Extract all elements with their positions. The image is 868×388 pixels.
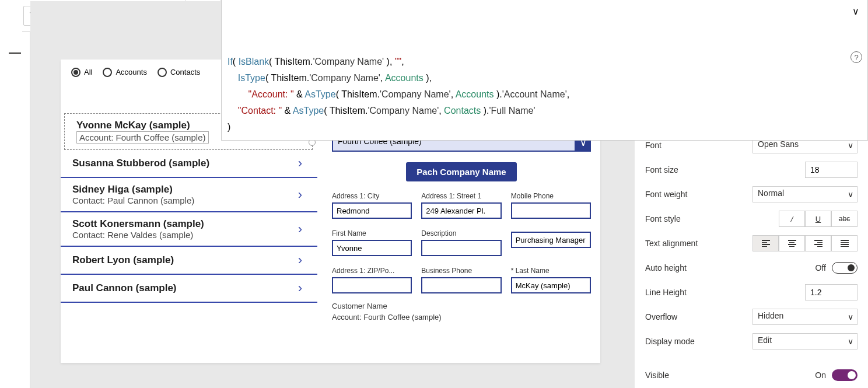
city-field[interactable] bbox=[332, 202, 412, 219]
mobile-field[interactable] bbox=[511, 202, 591, 219]
align-right-icon bbox=[814, 240, 822, 247]
last-field[interactable] bbox=[511, 277, 591, 293]
overflow-select[interactable]: Hidden∨ bbox=[752, 309, 858, 325]
autoheight-toggle[interactable] bbox=[832, 262, 858, 274]
job-field[interactable] bbox=[511, 232, 591, 248]
align-center-button[interactable] bbox=[779, 235, 805, 251]
chevron-down-icon: ∨ bbox=[848, 141, 853, 150]
hamburger-icon[interactable] bbox=[9, 47, 22, 60]
left-rail bbox=[0, 0, 30, 388]
chevron-down-icon: ∨ bbox=[848, 312, 853, 321]
align-justify-icon bbox=[841, 240, 849, 247]
help-icon[interactable]: ? bbox=[850, 51, 862, 63]
first-field[interactable] bbox=[332, 240, 412, 256]
chevron-down-icon: ∨ bbox=[848, 337, 853, 346]
desc-field[interactable] bbox=[421, 240, 501, 256]
svg-rect-3 bbox=[10, 112, 15, 116]
form-fields: Address 1: City Address 1: Street 1 Mobi… bbox=[332, 192, 591, 293]
street-field[interactable] bbox=[421, 202, 501, 219]
align-left-icon bbox=[762, 240, 770, 247]
svg-rect-2 bbox=[15, 107, 19, 111]
radio-all[interactable]: All bbox=[71, 68, 92, 77]
gallery-subtitle-selected[interactable]: Account: Fourth Coffee (sample) bbox=[76, 131, 209, 144]
visible-toggle[interactable] bbox=[832, 369, 858, 381]
fontstyle-group: / U abc bbox=[779, 211, 858, 227]
gallery-item[interactable]: Susanna Stubberod (sample) › bbox=[61, 150, 317, 178]
gallery-title: Yvonne McKay (sample) bbox=[76, 120, 209, 131]
align-left-button[interactable] bbox=[752, 235, 779, 251]
gallery-item[interactable]: Sidney Higa (sample)Contact: Paul Cannon… bbox=[61, 178, 317, 212]
chevron-right-icon[interactable]: › bbox=[298, 253, 306, 268]
customer-block: Customer Name Account: Fourth Coffee (sa… bbox=[332, 302, 591, 321]
chevron-right-icon[interactable]: › bbox=[298, 222, 306, 237]
zip-field[interactable] bbox=[332, 277, 412, 293]
italic-button[interactable]: / bbox=[779, 211, 805, 227]
chevron-down-icon: ∨ bbox=[848, 190, 853, 199]
chevron-right-icon[interactable]: › bbox=[298, 187, 306, 202]
displaymode-select[interactable]: Edit∨ bbox=[752, 333, 858, 349]
chevron-right-icon[interactable]: › bbox=[298, 281, 306, 296]
strike-button[interactable]: abc bbox=[831, 211, 858, 227]
fontsize-input[interactable] bbox=[805, 162, 858, 178]
align-justify-button[interactable] bbox=[831, 235, 858, 251]
underline-button[interactable]: U bbox=[805, 211, 831, 227]
fontweight-select[interactable]: Normal∨ bbox=[752, 186, 858, 202]
properties-panel: TextAccount: Fourth Coffee (sample) Font… bbox=[635, 105, 868, 388]
svg-rect-1 bbox=[10, 107, 15, 111]
gallery-item[interactable]: Scott Konersmann (sample)Contact: Rene V… bbox=[61, 212, 317, 247]
lineheight-input[interactable] bbox=[805, 284, 858, 300]
patch-company-button[interactable]: Pach Company Name bbox=[406, 162, 516, 181]
chevron-right-icon[interactable]: › bbox=[298, 156, 306, 171]
gallery-item[interactable]: Robert Lyon (sample) › bbox=[61, 247, 317, 275]
form-area: Accounts Contacts Fourth Coffee (sample)… bbox=[332, 112, 591, 321]
radio-contacts[interactable]: Contacts bbox=[158, 68, 200, 77]
align-center-icon bbox=[788, 240, 796, 247]
formula-editor[interactable]: If( IsBlank( ThisItem.'Company Name' ), … bbox=[221, 0, 868, 32]
layers-icon[interactable] bbox=[9, 76, 22, 89]
bphone-field[interactable] bbox=[421, 277, 501, 293]
svg-marker-0 bbox=[10, 78, 19, 83]
formula-expand-icon[interactable]: ∨ bbox=[852, 4, 859, 20]
align-group bbox=[752, 235, 858, 251]
grid-icon[interactable] bbox=[9, 105, 22, 118]
gallery-item[interactable]: Paul Cannon (sample) › bbox=[61, 275, 317, 303]
align-right-button[interactable] bbox=[805, 235, 831, 251]
gallery: Yvonne McKay (sample) Account: Fourth Co… bbox=[61, 112, 317, 303]
radio-accounts[interactable]: Accounts bbox=[103, 68, 146, 77]
